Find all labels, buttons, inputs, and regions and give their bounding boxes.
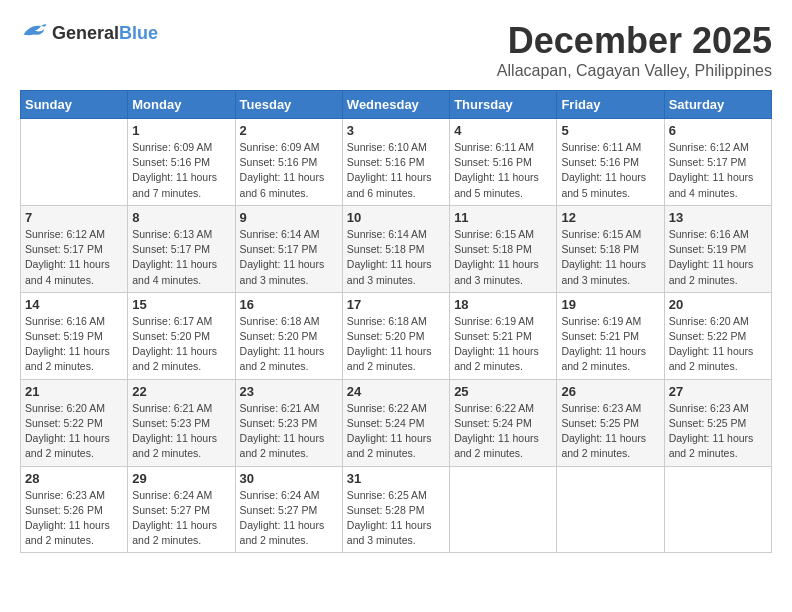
day-info: Sunrise: 6:23 AMSunset: 5:25 PMDaylight:… bbox=[561, 401, 659, 462]
calendar-table: SundayMondayTuesdayWednesdayThursdayFrid… bbox=[20, 90, 772, 553]
calendar-week-row: 21Sunrise: 6:20 AMSunset: 5:22 PMDayligh… bbox=[21, 379, 772, 466]
logo-general: General bbox=[52, 23, 119, 43]
calendar-day-cell: 2Sunrise: 6:09 AMSunset: 5:16 PMDaylight… bbox=[235, 119, 342, 206]
calendar-day-cell: 12Sunrise: 6:15 AMSunset: 5:18 PMDayligh… bbox=[557, 205, 664, 292]
calendar-day-cell bbox=[664, 466, 771, 553]
calendar-day-cell: 4Sunrise: 6:11 AMSunset: 5:16 PMDaylight… bbox=[450, 119, 557, 206]
day-info: Sunrise: 6:17 AMSunset: 5:20 PMDaylight:… bbox=[132, 314, 230, 375]
day-number: 8 bbox=[132, 210, 230, 225]
calendar-day-cell: 19Sunrise: 6:19 AMSunset: 5:21 PMDayligh… bbox=[557, 292, 664, 379]
calendar-day-cell: 20Sunrise: 6:20 AMSunset: 5:22 PMDayligh… bbox=[664, 292, 771, 379]
day-info: Sunrise: 6:23 AMSunset: 5:25 PMDaylight:… bbox=[669, 401, 767, 462]
day-info: Sunrise: 6:20 AMSunset: 5:22 PMDaylight:… bbox=[25, 401, 123, 462]
day-info: Sunrise: 6:20 AMSunset: 5:22 PMDaylight:… bbox=[669, 314, 767, 375]
day-info: Sunrise: 6:22 AMSunset: 5:24 PMDaylight:… bbox=[454, 401, 552, 462]
logo-blue: Blue bbox=[119, 23, 158, 43]
day-number: 15 bbox=[132, 297, 230, 312]
logo-text: GeneralBlue bbox=[52, 23, 158, 44]
day-number: 25 bbox=[454, 384, 552, 399]
day-number: 22 bbox=[132, 384, 230, 399]
day-info: Sunrise: 6:21 AMSunset: 5:23 PMDaylight:… bbox=[240, 401, 338, 462]
day-info: Sunrise: 6:24 AMSunset: 5:27 PMDaylight:… bbox=[240, 488, 338, 549]
title-section: December 2025 Allacapan, Cagayan Valley,… bbox=[497, 20, 772, 80]
day-info: Sunrise: 6:19 AMSunset: 5:21 PMDaylight:… bbox=[454, 314, 552, 375]
day-number: 28 bbox=[25, 471, 123, 486]
day-number: 16 bbox=[240, 297, 338, 312]
calendar-day-cell: 28Sunrise: 6:23 AMSunset: 5:26 PMDayligh… bbox=[21, 466, 128, 553]
calendar-day-cell: 18Sunrise: 6:19 AMSunset: 5:21 PMDayligh… bbox=[450, 292, 557, 379]
day-info: Sunrise: 6:11 AMSunset: 5:16 PMDaylight:… bbox=[454, 140, 552, 201]
day-info: Sunrise: 6:11 AMSunset: 5:16 PMDaylight:… bbox=[561, 140, 659, 201]
day-number: 5 bbox=[561, 123, 659, 138]
calendar-day-cell: 7Sunrise: 6:12 AMSunset: 5:17 PMDaylight… bbox=[21, 205, 128, 292]
weekday-header: Thursday bbox=[450, 91, 557, 119]
calendar-week-row: 1Sunrise: 6:09 AMSunset: 5:16 PMDaylight… bbox=[21, 119, 772, 206]
day-info: Sunrise: 6:24 AMSunset: 5:27 PMDaylight:… bbox=[132, 488, 230, 549]
day-number: 1 bbox=[132, 123, 230, 138]
day-info: Sunrise: 6:12 AMSunset: 5:17 PMDaylight:… bbox=[669, 140, 767, 201]
weekday-header: Wednesday bbox=[342, 91, 449, 119]
calendar-day-cell: 25Sunrise: 6:22 AMSunset: 5:24 PMDayligh… bbox=[450, 379, 557, 466]
day-number: 7 bbox=[25, 210, 123, 225]
calendar-day-cell: 26Sunrise: 6:23 AMSunset: 5:25 PMDayligh… bbox=[557, 379, 664, 466]
logo-icon bbox=[20, 20, 48, 46]
day-number: 2 bbox=[240, 123, 338, 138]
calendar-week-row: 28Sunrise: 6:23 AMSunset: 5:26 PMDayligh… bbox=[21, 466, 772, 553]
calendar-day-cell: 16Sunrise: 6:18 AMSunset: 5:20 PMDayligh… bbox=[235, 292, 342, 379]
day-number: 29 bbox=[132, 471, 230, 486]
day-number: 21 bbox=[25, 384, 123, 399]
calendar-day-cell: 30Sunrise: 6:24 AMSunset: 5:27 PMDayligh… bbox=[235, 466, 342, 553]
calendar-day-cell: 14Sunrise: 6:16 AMSunset: 5:19 PMDayligh… bbox=[21, 292, 128, 379]
day-info: Sunrise: 6:09 AMSunset: 5:16 PMDaylight:… bbox=[240, 140, 338, 201]
day-number: 18 bbox=[454, 297, 552, 312]
day-number: 13 bbox=[669, 210, 767, 225]
day-info: Sunrise: 6:16 AMSunset: 5:19 PMDaylight:… bbox=[669, 227, 767, 288]
calendar-day-cell: 15Sunrise: 6:17 AMSunset: 5:20 PMDayligh… bbox=[128, 292, 235, 379]
day-info: Sunrise: 6:14 AMSunset: 5:18 PMDaylight:… bbox=[347, 227, 445, 288]
calendar-day-cell: 21Sunrise: 6:20 AMSunset: 5:22 PMDayligh… bbox=[21, 379, 128, 466]
calendar-day-cell: 23Sunrise: 6:21 AMSunset: 5:23 PMDayligh… bbox=[235, 379, 342, 466]
calendar-day-cell: 29Sunrise: 6:24 AMSunset: 5:27 PMDayligh… bbox=[128, 466, 235, 553]
logo: GeneralBlue bbox=[20, 20, 158, 46]
day-number: 9 bbox=[240, 210, 338, 225]
day-info: Sunrise: 6:12 AMSunset: 5:17 PMDaylight:… bbox=[25, 227, 123, 288]
day-number: 17 bbox=[347, 297, 445, 312]
day-number: 31 bbox=[347, 471, 445, 486]
day-number: 26 bbox=[561, 384, 659, 399]
calendar-day-cell: 31Sunrise: 6:25 AMSunset: 5:28 PMDayligh… bbox=[342, 466, 449, 553]
calendar-day-cell: 13Sunrise: 6:16 AMSunset: 5:19 PMDayligh… bbox=[664, 205, 771, 292]
weekday-header: Saturday bbox=[664, 91, 771, 119]
weekday-header: Monday bbox=[128, 91, 235, 119]
day-info: Sunrise: 6:09 AMSunset: 5:16 PMDaylight:… bbox=[132, 140, 230, 201]
calendar-day-cell bbox=[450, 466, 557, 553]
calendar-day-cell: 5Sunrise: 6:11 AMSunset: 5:16 PMDaylight… bbox=[557, 119, 664, 206]
calendar-day-cell bbox=[21, 119, 128, 206]
weekday-header: Friday bbox=[557, 91, 664, 119]
calendar-day-cell: 11Sunrise: 6:15 AMSunset: 5:18 PMDayligh… bbox=[450, 205, 557, 292]
calendar-day-cell: 1Sunrise: 6:09 AMSunset: 5:16 PMDaylight… bbox=[128, 119, 235, 206]
calendar-week-row: 14Sunrise: 6:16 AMSunset: 5:19 PMDayligh… bbox=[21, 292, 772, 379]
day-info: Sunrise: 6:22 AMSunset: 5:24 PMDaylight:… bbox=[347, 401, 445, 462]
calendar-day-cell: 24Sunrise: 6:22 AMSunset: 5:24 PMDayligh… bbox=[342, 379, 449, 466]
day-info: Sunrise: 6:13 AMSunset: 5:17 PMDaylight:… bbox=[132, 227, 230, 288]
weekday-header: Tuesday bbox=[235, 91, 342, 119]
calendar-day-cell: 8Sunrise: 6:13 AMSunset: 5:17 PMDaylight… bbox=[128, 205, 235, 292]
day-number: 12 bbox=[561, 210, 659, 225]
day-number: 19 bbox=[561, 297, 659, 312]
month-title: December 2025 bbox=[497, 20, 772, 62]
day-number: 11 bbox=[454, 210, 552, 225]
day-info: Sunrise: 6:25 AMSunset: 5:28 PMDaylight:… bbox=[347, 488, 445, 549]
day-number: 4 bbox=[454, 123, 552, 138]
day-number: 10 bbox=[347, 210, 445, 225]
weekday-header: Sunday bbox=[21, 91, 128, 119]
calendar-day-cell: 6Sunrise: 6:12 AMSunset: 5:17 PMDaylight… bbox=[664, 119, 771, 206]
calendar-header-row: SundayMondayTuesdayWednesdayThursdayFrid… bbox=[21, 91, 772, 119]
day-info: Sunrise: 6:16 AMSunset: 5:19 PMDaylight:… bbox=[25, 314, 123, 375]
day-info: Sunrise: 6:19 AMSunset: 5:21 PMDaylight:… bbox=[561, 314, 659, 375]
calendar-day-cell: 17Sunrise: 6:18 AMSunset: 5:20 PMDayligh… bbox=[342, 292, 449, 379]
day-info: Sunrise: 6:14 AMSunset: 5:17 PMDaylight:… bbox=[240, 227, 338, 288]
day-number: 3 bbox=[347, 123, 445, 138]
day-info: Sunrise: 6:15 AMSunset: 5:18 PMDaylight:… bbox=[454, 227, 552, 288]
day-number: 20 bbox=[669, 297, 767, 312]
day-number: 27 bbox=[669, 384, 767, 399]
